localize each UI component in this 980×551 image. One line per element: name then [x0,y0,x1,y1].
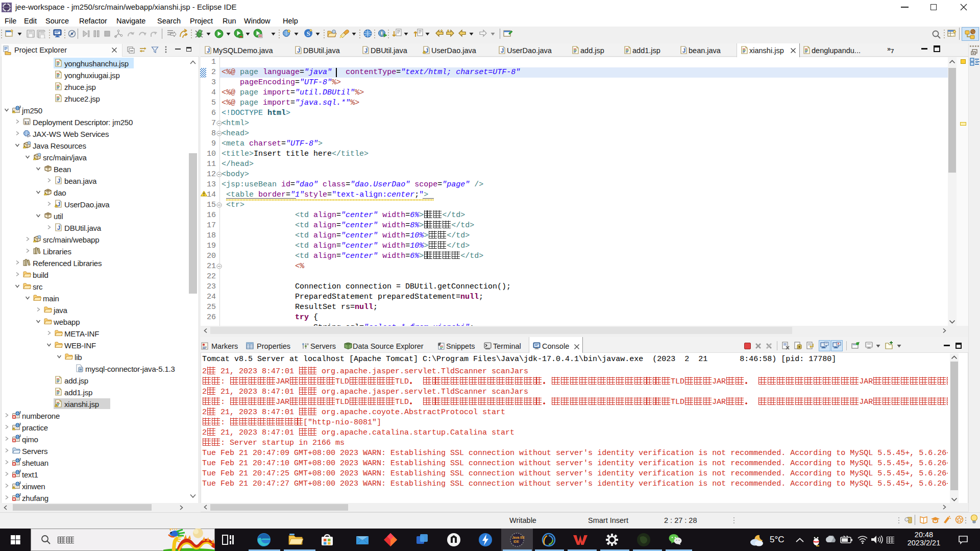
svg-text:J: J [19,435,21,438]
svg-text:J: J [19,458,21,461]
svg-text:J: J [57,178,60,184]
svg-text:J: J [19,482,21,485]
svg-text:J: J [207,47,210,54]
svg-text:Java EE: Java EE [512,536,525,539]
svg-text:J: J [57,225,60,231]
svg-text:J: J [364,47,368,54]
svg-text:J: J [19,470,21,473]
svg-text:J: J [297,47,300,54]
svg-text:IDE: IDE [513,540,520,543]
svg-text:J: J [682,47,685,54]
svg-text:J: J [501,47,504,54]
svg-text:J: J [19,423,21,426]
svg-text:3.1: 3.1 [24,121,29,125]
svg-text:J: J [19,493,21,496]
svg-text:J: J [19,106,21,109]
svg-text:J: J [19,411,21,414]
